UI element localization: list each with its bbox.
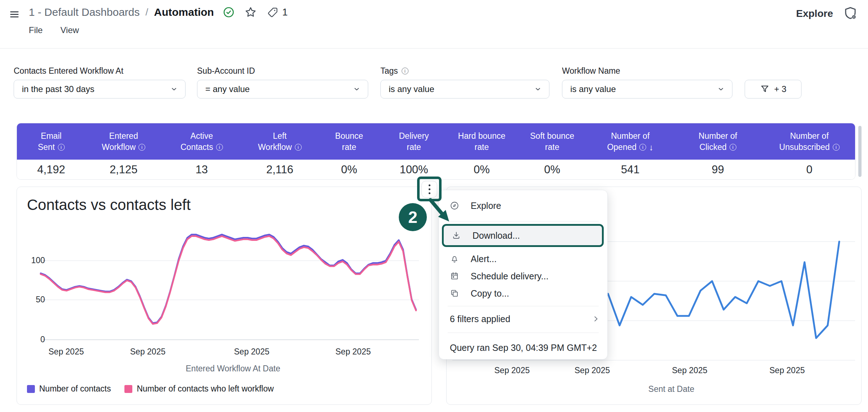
- bell-icon: [450, 254, 459, 264]
- tag-count: 1: [282, 7, 288, 18]
- x-tick-label: Sep 2025: [119, 347, 177, 357]
- kpi-value-number-unsubscribed[interactable]: 0: [764, 160, 855, 180]
- info-icon[interactable]: i: [138, 144, 145, 151]
- file-menu[interactable]: File: [29, 25, 43, 35]
- column-header-number-clicked[interactable]: Number ofClickedi: [672, 123, 763, 160]
- shield-gear-icon[interactable]: [843, 6, 858, 21]
- chevron-down-icon: [353, 85, 361, 93]
- legend-swatch-pink: [124, 385, 132, 393]
- copy-icon: [450, 289, 459, 298]
- tags-indicator[interactable]: 1: [267, 6, 288, 18]
- kpi-value-active-contacts[interactable]: 13: [162, 160, 242, 180]
- kpi-value-entered-workflow[interactable]: 2,125: [86, 160, 162, 180]
- info-icon[interactable]: i: [639, 144, 646, 151]
- page-title: Automation: [154, 6, 214, 18]
- column-header-soft-bounce-rate[interactable]: Soft bouncerate: [516, 123, 588, 160]
- x-tick-label: Sep 2025: [483, 366, 541, 375]
- view-menu[interactable]: View: [60, 25, 79, 35]
- column-header-left-workflow[interactable]: LeftWorkflowi: [242, 123, 318, 160]
- menu-item-copy-to[interactable]: Copy to...: [439, 284, 607, 302]
- tile-contacts-vs-contacts-left: Contacts vs contacts left 100 50 0 Sep 2…: [17, 187, 432, 405]
- more-filters-button[interactable]: + 3: [745, 80, 801, 99]
- kpi-value-email-sent[interactable]: 4,192: [17, 160, 86, 180]
- info-icon[interactable]: i: [295, 144, 302, 151]
- star-icon[interactable]: [244, 6, 257, 19]
- explore-top-button[interactable]: Explore: [796, 8, 833, 19]
- tile-context-menu: Explore Download... Alert... Schedule de…: [439, 190, 608, 360]
- kpi-table-header: EmailSenti EnteredWorkflowi ActiveContac…: [17, 123, 855, 160]
- funnel-icon: [760, 84, 770, 94]
- kpi-value-number-opened[interactable]: 541: [588, 160, 672, 180]
- column-header-email-sent[interactable]: EmailSenti: [17, 123, 86, 160]
- filter-select-workflow-name[interactable]: is any value: [562, 80, 732, 99]
- menu-item-alert[interactable]: Alert...: [439, 250, 607, 268]
- x-tick-label: Sep 2025: [758, 366, 816, 375]
- x-tick-label: Sep 2025: [661, 366, 718, 375]
- check-circle-icon[interactable]: [223, 6, 235, 18]
- filter-label-workflow-name: Workflow Name: [562, 66, 620, 76]
- chevron-down-icon: [534, 85, 542, 93]
- column-header-hard-bounce-rate[interactable]: Hard bouncerate: [447, 123, 516, 160]
- table-scrollbar[interactable]: [858, 126, 862, 177]
- kpi-value-bounce-rate[interactable]: 0%: [318, 160, 380, 180]
- column-header-bounce-rate[interactable]: Bouncerate: [318, 123, 380, 160]
- calendar-icon: [450, 271, 459, 281]
- column-header-number-opened[interactable]: Number ofOpenedi↓: [588, 123, 672, 160]
- info-icon[interactable]: i: [58, 144, 65, 151]
- chevron-right-icon: [592, 315, 600, 323]
- chart-legend: Number of contacts Number of contacts wh…: [27, 384, 274, 394]
- kpi-table: EmailSenti EnteredWorkflowi ActiveContac…: [17, 123, 855, 180]
- info-icon[interactable]: i: [402, 68, 408, 74]
- menu-item-download[interactable]: Download...: [442, 224, 604, 247]
- breadcrumb-separator: /: [146, 6, 149, 18]
- filter-value: is any value: [570, 84, 616, 94]
- legend-item-contacts: Number of contacts: [27, 384, 111, 394]
- menu-item-schedule-delivery[interactable]: Schedule delivery...: [439, 267, 607, 285]
- filter-value: = any value: [205, 84, 250, 94]
- column-header-delivery-rate[interactable]: Deliveryrate: [380, 123, 447, 160]
- filter-select-subaccount[interactable]: = any value: [197, 80, 368, 99]
- kpi-value-left-workflow[interactable]: 2,116: [242, 160, 318, 180]
- hamburger-icon: [9, 9, 20, 19]
- legend-swatch-purple: [27, 385, 35, 393]
- filter-select-contacts-entered[interactable]: in the past 30 days: [14, 80, 186, 99]
- menu-divider: [448, 221, 599, 221]
- menu-item-filters-applied[interactable]: 6 filters applied: [439, 310, 607, 328]
- filter-label-text: Tags: [380, 66, 398, 76]
- chevron-down-icon: [170, 85, 178, 93]
- chevron-down-icon: [717, 85, 725, 93]
- filter-value: in the past 30 days: [22, 84, 94, 94]
- y-tick-label: 0: [23, 335, 45, 344]
- y-tick-label: 100: [23, 256, 45, 265]
- breadcrumb: 1 - Default Dashboards / Automation 1: [29, 4, 288, 20]
- annotation-step-badge: 2: [399, 203, 427, 231]
- x-tick-label: Sep 2025: [223, 347, 280, 357]
- breadcrumb-parent-link[interactable]: 1 - Default Dashboards: [29, 6, 140, 18]
- menu-query-ran-status: Query ran Sep 30, 04:39 PM GMT+2: [439, 338, 607, 357]
- menu-divider: [448, 333, 599, 333]
- menu-item-explore[interactable]: Explore: [439, 197, 607, 215]
- x-tick-label: Sep 2025: [37, 347, 95, 357]
- column-header-active-contacts[interactable]: ActiveContactsi: [162, 123, 242, 160]
- more-filters-count: + 3: [774, 84, 786, 94]
- menu-divider: [448, 306, 599, 306]
- info-icon[interactable]: i: [216, 144, 223, 151]
- column-header-number-unsubscribed[interactable]: Number ofUnsubscribedi: [764, 123, 855, 160]
- hamburger-menu[interactable]: [9, 7, 20, 22]
- tag-icon: [267, 6, 279, 18]
- info-icon[interactable]: i: [730, 144, 736, 151]
- column-header-entered-workflow[interactable]: EnteredWorkflowi: [86, 123, 162, 160]
- y-tick-label: 50: [23, 295, 45, 305]
- kpi-value-hard-bounce-rate[interactable]: 0%: [447, 160, 516, 180]
- filter-select-tags[interactable]: is any value: [380, 80, 549, 99]
- legend-item-contacts-left: Number of contacts who left workflow: [124, 384, 274, 394]
- kpi-value-soft-bounce-rate[interactable]: 0%: [516, 160, 588, 180]
- filter-label-tags: Tags i: [380, 66, 408, 76]
- filter-value: is any value: [389, 84, 434, 94]
- x-tick-label: Sep 2025: [324, 347, 382, 357]
- kpi-value-number-clicked[interactable]: 99: [672, 160, 763, 180]
- x-axis-title: Entered Workflow At Date: [161, 364, 305, 374]
- filter-label-contacts-entered: Contacts Entered Workflow At: [14, 66, 123, 76]
- sort-desc-icon[interactable]: ↓: [649, 142, 653, 153]
- info-icon[interactable]: i: [833, 144, 840, 151]
